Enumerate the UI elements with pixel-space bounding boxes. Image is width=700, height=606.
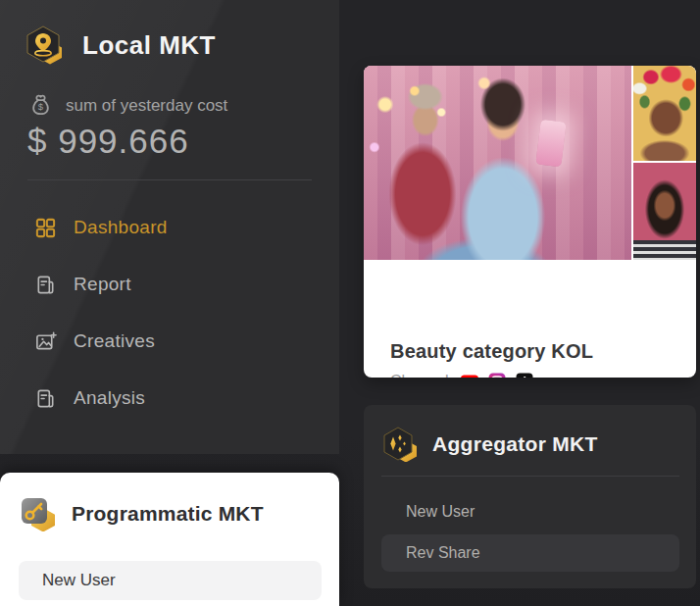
- hexagon-location-pin-icon: [25, 25, 68, 65]
- aggregator-title: Aggregator MKT: [432, 432, 598, 456]
- programmatic-brand: Programmatic MKT: [20, 496, 264, 531]
- sidebar-brand: Local MKT: [25, 25, 216, 65]
- sidebar-divider: [27, 179, 312, 180]
- kol-photo-main: [364, 66, 631, 260]
- grid-icon: [34, 217, 57, 239]
- sidebar-item-label: Creatives: [74, 330, 155, 352]
- yesterday-cost-value: $ 999.666: [27, 122, 189, 161]
- channel-row: Channel: [390, 373, 533, 378]
- app-title: Local MKT: [82, 30, 216, 61]
- kol-photo-top-right: [633, 66, 696, 161]
- sidebar-item-report[interactable]: Report: [0, 270, 131, 299]
- aggregator-divider: [381, 476, 679, 477]
- tiktok-icon: [516, 373, 533, 378]
- striped-top-shape: [633, 240, 696, 260]
- key-hexagon-icon: [20, 496, 59, 531]
- image-plus-icon: [34, 330, 57, 353]
- programmatic-item-new-user[interactable]: New User: [19, 561, 322, 600]
- sidebar-item-label: Report: [74, 274, 131, 295]
- kol-photo-collage: [364, 66, 696, 260]
- youtube-icon: [461, 373, 478, 378]
- report-file-icon: [34, 274, 57, 296]
- kol-card-title: Beauty category KOL: [390, 340, 593, 363]
- app-root: Local MKT $ sum of yesterday cost $ 999.…: [0, 0, 700, 606]
- money-bag-icon: $: [27, 92, 54, 119]
- hexagon-sparkles-icon: [381, 427, 421, 462]
- aggregator-item-new-user[interactable]: New User: [406, 503, 475, 521]
- list-item-label: Rev Share: [406, 544, 480, 562]
- svg-text:$: $: [38, 101, 44, 112]
- yesterday-cost-label: sum of yesterday cost: [66, 96, 227, 116]
- instagram-icon: [488, 373, 506, 378]
- selfie-phone-shape: [535, 120, 566, 168]
- kol-campaign-card[interactable]: Beauty category KOL Channel: [364, 66, 696, 378]
- sidebar-item-creatives[interactable]: Creatives: [0, 327, 155, 356]
- kol-photo-bottom-right: [633, 163, 696, 260]
- aggregator-brand: Aggregator MKT: [381, 427, 598, 462]
- sidebar-item-dashboard[interactable]: Dashboard: [0, 213, 168, 242]
- channel-label: Channel: [390, 373, 449, 378]
- aggregator-mkt-card: Aggregator MKT New User Rev Share: [364, 405, 696, 588]
- list-item-label: New User: [42, 571, 116, 590]
- programmatic-title: Programmatic MKT: [72, 502, 264, 526]
- sidebar-item-label: Dashboard: [74, 217, 168, 238]
- sidebar-item-label: Analysis: [74, 387, 145, 409]
- sidebar-item-analysis[interactable]: Analysis: [0, 383, 145, 413]
- aggregator-item-rev-share[interactable]: Rev Share: [381, 534, 679, 572]
- analysis-file-icon: [34, 387, 57, 410]
- programmatic-mkt-card: Programmatic MKT New User: [0, 473, 339, 606]
- yesterday-cost-stat: $ sum of yesterday cost: [27, 92, 227, 119]
- sidebar: Local MKT $ sum of yesterday cost $ 999.…: [0, 0, 339, 454]
